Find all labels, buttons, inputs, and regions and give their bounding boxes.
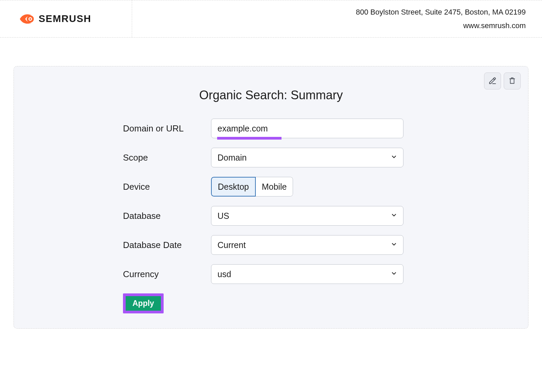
company-site: www.semrush.com bbox=[463, 21, 526, 30]
device-label: Device bbox=[123, 182, 203, 192]
widget-panel: Organic Search: Summary Domain or URL Sc… bbox=[14, 66, 528, 329]
database-date-select[interactable]: Current bbox=[211, 235, 403, 255]
header-left: SEMRUSH bbox=[0, 0, 132, 37]
currency-label: Currency bbox=[123, 269, 203, 280]
widget-form: Domain or URL Scope Domain Device bbox=[29, 119, 513, 313]
panel-actions bbox=[484, 73, 521, 89]
domain-label: Domain or URL bbox=[123, 123, 203, 134]
semrush-logo-icon bbox=[18, 12, 35, 26]
device-option-desktop[interactable]: Desktop bbox=[211, 177, 256, 197]
device-segment: Desktop Mobile bbox=[211, 177, 293, 197]
trash-icon bbox=[508, 77, 516, 86]
database-date-label: Database Date bbox=[123, 240, 203, 250]
domain-input[interactable] bbox=[211, 119, 403, 138]
currency-select[interactable]: usd bbox=[211, 264, 403, 284]
header-right: 800 Boylston Street, Suite 2475, Boston,… bbox=[132, 0, 542, 37]
apply-button[interactable]: Apply bbox=[126, 296, 161, 311]
company-address: 800 Boylston Street, Suite 2475, Boston,… bbox=[356, 8, 526, 17]
database-select[interactable]: US bbox=[211, 206, 403, 226]
pencil-icon bbox=[488, 77, 497, 86]
highlight-underline bbox=[217, 137, 282, 140]
svg-point-2 bbox=[29, 18, 31, 20]
scope-label: Scope bbox=[123, 152, 203, 163]
device-option-mobile[interactable]: Mobile bbox=[256, 177, 293, 197]
database-label: Database bbox=[123, 211, 203, 221]
delete-button[interactable] bbox=[504, 73, 521, 89]
scope-select[interactable]: Domain bbox=[211, 148, 403, 167]
brand-logo: SEMRUSH bbox=[18, 12, 91, 26]
brand-name: SEMRUSH bbox=[39, 13, 91, 24]
edit-button[interactable] bbox=[484, 73, 501, 89]
apply-highlight: Apply bbox=[123, 293, 164, 313]
panel-title: Organic Search: Summary bbox=[29, 88, 513, 102]
page-header: SEMRUSH 800 Boylston Street, Suite 2475,… bbox=[0, 0, 542, 38]
